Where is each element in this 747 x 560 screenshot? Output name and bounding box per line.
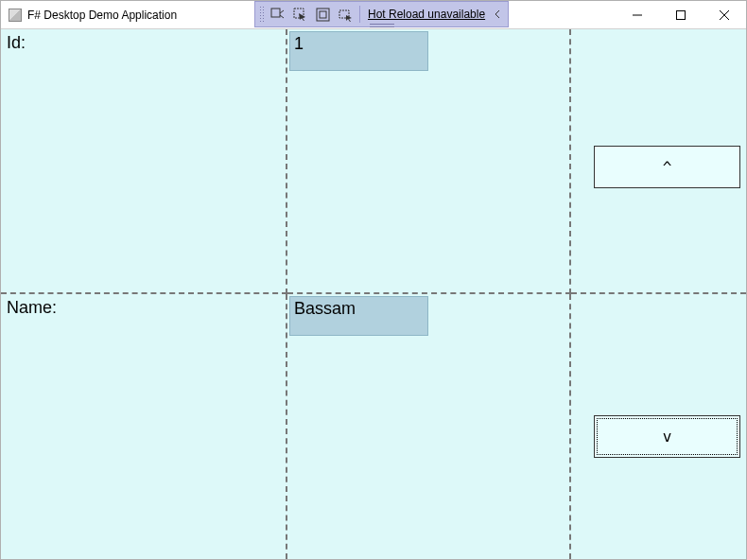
live-visual-tree-icon[interactable]	[267, 4, 287, 25]
svg-rect-6	[317, 9, 329, 21]
up-button[interactable]: ^	[594, 146, 740, 188]
collapse-toolbar-icon[interactable]	[491, 4, 504, 25]
svg-rect-1	[677, 10, 686, 19]
id-label: Id:	[7, 33, 26, 52]
window-controls	[616, 1, 746, 29]
svg-rect-4	[271, 9, 280, 17]
toolbar-grip-icon[interactable]	[259, 6, 265, 23]
client-area: Id: 1 ^ Name: Bassam v	[1, 29, 746, 559]
titlebar-left: F# Desktop Demo Application	[1, 9, 177, 22]
debug-toolbar[interactable]: Hot Reload unavailable	[254, 1, 509, 27]
hot-reload-link[interactable]: Hot Reload unavailable	[368, 8, 485, 21]
name-label: Name:	[7, 298, 57, 317]
id-value-cell: 1	[287, 29, 571, 294]
toolbar-drag-handle-icon[interactable]	[370, 24, 394, 27]
down-button[interactable]: v	[594, 415, 740, 458]
titlebar: F# Desktop Demo Application	[1, 1, 746, 29]
id-field[interactable]: 1	[289, 31, 428, 71]
name-field[interactable]: Bassam	[289, 296, 428, 336]
name-label-cell: Name:	[1, 294, 287, 559]
toolbar-separator	[359, 6, 360, 23]
display-layout-icon[interactable]	[312, 4, 333, 25]
app-icon	[9, 9, 22, 22]
window-title: F# Desktop Demo Application	[27, 9, 177, 22]
close-button[interactable]	[703, 1, 746, 29]
up-button-cell: ^	[571, 29, 746, 294]
track-focus-icon[interactable]	[335, 4, 356, 25]
svg-rect-7	[320, 11, 326, 18]
id-label-cell: Id:	[1, 29, 287, 294]
maximize-button[interactable]	[659, 1, 703, 29]
select-element-icon[interactable]	[289, 4, 310, 25]
name-value-cell: Bassam	[287, 294, 571, 559]
app-window: F# Desktop Demo Application	[0, 0, 747, 560]
down-button-cell: v	[571, 294, 746, 559]
minimize-button[interactable]	[616, 1, 659, 29]
